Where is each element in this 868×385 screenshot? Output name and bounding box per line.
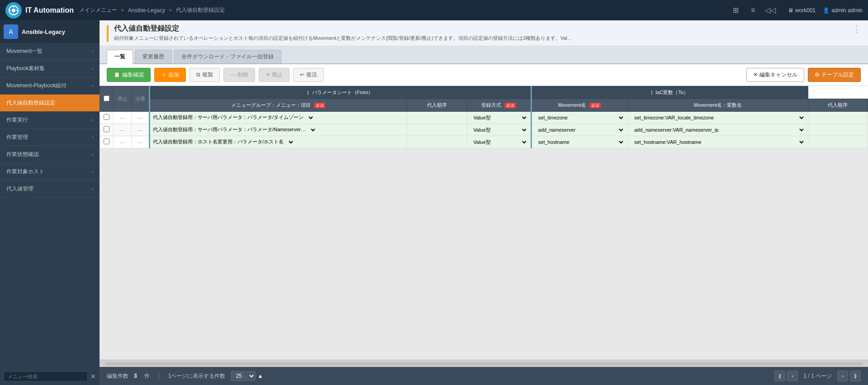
- pager-last-button[interactable]: ⟫: [850, 371, 861, 381]
- row3-checkbox-cell: [100, 136, 114, 148]
- settings-icon: ⚙: [815, 71, 820, 78]
- page-description: 紐付対象メニューに登録されているオペレーションとホスト毎の項目の設定値を紐付ける…: [114, 34, 847, 42]
- sidebar-nav: Movement一覧 › Playbook素材集 › Movement-Play…: [0, 43, 100, 368]
- more-options-icon[interactable]: ⋮: [853, 24, 861, 34]
- col-order1: 代入順序: [407, 99, 467, 111]
- scroll-track[interactable]: [105, 362, 863, 366]
- col-haishi: 廃止: [114, 86, 132, 111]
- pager-prev-button[interactable]: ‹: [787, 371, 798, 381]
- per-page-select[interactable]: 25 50 100: [231, 371, 256, 381]
- row3-register-select[interactable]: Value型: [470, 138, 528, 146]
- chevron-right-icon: ›: [92, 49, 93, 54]
- search-clear-icon[interactable]: ✕: [90, 373, 96, 380]
- row3-var-select[interactable]: set_hostname:VAR_hostname: [631, 138, 805, 146]
- row2-movement-select[interactable]: add_nameserver: [535, 126, 625, 134]
- row3-movement-select[interactable]: set_hostname: [535, 138, 625, 146]
- breadcrumb: メインメニュー ＞ Ansible-Legacy ＞ 代入値自動登録設定: [79, 6, 225, 14]
- row2-order2: [808, 124, 868, 136]
- row2-var-name: add_nameserver:VAR_nameserver_ip: [628, 124, 808, 136]
- row3-register-type: Value型: [467, 136, 531, 148]
- row2-checkbox[interactable]: [104, 126, 109, 132]
- row3-menu-text: 代入値自動登録用：ホスト名変更用：パラメータ/ホスト名: [153, 138, 284, 145]
- row2-order1: [407, 124, 467, 136]
- row3-checkbox[interactable]: [104, 138, 109, 144]
- row2-register-select[interactable]: Value型: [470, 126, 528, 134]
- sidebar: A Ansible-Legacy Movement一覧 › Playbook素材…: [0, 20, 100, 385]
- sidebar-item-work-status[interactable]: 作業状態確認 ›: [0, 146, 100, 163]
- row2-order1-input[interactable]: [410, 126, 446, 133]
- required-badge-register: 必須: [504, 103, 516, 108]
- sidebar-search-input[interactable]: [4, 371, 88, 381]
- sidebar-item-work-host[interactable]: 作業対象ホスト ›: [0, 163, 100, 181]
- sidebar-item-movement[interactable]: Movement一覧 ›: [0, 43, 100, 60]
- tab-download[interactable]: 全件ダウンロード・ファイル一括登録: [174, 50, 281, 63]
- table-wrapper[interactable]: 廃止 項番 | パラメータシート（From） | IaC変数（To）: [100, 86, 868, 360]
- sidebar-item-mp-link-label: Movement-Playbook組付: [6, 82, 92, 90]
- sidebar-item-work-manage[interactable]: 作業管理 ›: [0, 129, 100, 146]
- copy-icon: ⧉: [196, 71, 200, 78]
- row1-menu-select[interactable]: ▼: [305, 114, 314, 121]
- chevron-right-icon: ›: [92, 83, 93, 88]
- row2-order2-input[interactable]: [811, 126, 847, 133]
- table-row: — — 代入値自動登録用：サーバ用パラメータ：パラメータ/Nameserver……: [100, 124, 868, 136]
- row3-order2-input[interactable]: [811, 138, 847, 146]
- table-settings-button[interactable]: ⚙ テーブル設定: [808, 68, 861, 82]
- row1-register-select[interactable]: Value型: [470, 114, 528, 122]
- required-badge-menu: 必須: [314, 103, 326, 108]
- row3-order1-input[interactable]: [410, 138, 446, 146]
- tab-list[interactable]: 一覧: [107, 50, 133, 64]
- user-icon: 👤: [823, 7, 830, 14]
- delete-button[interactable]: — 削除: [223, 68, 255, 82]
- add-button[interactable]: ＋ 追加: [154, 68, 186, 82]
- per-page-arrow: ▲: [257, 373, 263, 379]
- row3-menu-select[interactable]: ▼: [285, 139, 294, 145]
- cancel-button[interactable]: ✕ 編集キャンセル: [746, 68, 804, 82]
- row2-menu-select[interactable]: ▼: [308, 127, 317, 133]
- discard-button[interactable]: ✕ 廃止: [259, 68, 289, 82]
- restore-button[interactable]: ↩ 復活: [293, 68, 324, 82]
- row1-order2-input[interactable]: [811, 114, 847, 121]
- sidebar-item-mp-link[interactable]: Movement-Playbook組付 ›: [0, 77, 100, 95]
- app-logo: IT Automation: [5, 2, 74, 19]
- col-group-to-icon: |: [651, 90, 652, 95]
- grid-icon[interactable]: ⊞: [729, 4, 743, 17]
- table-row: — — 代入値自動登録用：サーバ用パラメータ：パラメータ/タイムゾーン ▼: [100, 111, 868, 124]
- restore-label: 復活: [306, 71, 317, 79]
- page-total: 1: [811, 373, 814, 379]
- copy-button[interactable]: ⧉ 複製: [190, 68, 220, 82]
- sidebar-item-playbook[interactable]: Playbook素材集 ›: [0, 60, 100, 77]
- breadcrumb-ansible: Ansible-Legacy: [128, 7, 165, 14]
- footer: 編集件数 3 件 1ページに表示する件数 25 50 100 ▲ ⟪ ‹ 1 /: [100, 367, 868, 385]
- sidebar-item-subst-manage[interactable]: 代入値管理 ›: [0, 181, 100, 198]
- sidebar-item-substitution[interactable]: 代入値自動登録設定 ›: [0, 95, 100, 112]
- row3-order2: [808, 136, 868, 148]
- select-all-checkbox[interactable]: [104, 95, 109, 101]
- row1-order1-input[interactable]: [410, 114, 446, 121]
- row1-movement-name: set_timezone: [531, 111, 627, 124]
- pager-first-button[interactable]: ⟪: [774, 371, 785, 381]
- row1-movement-select[interactable]: set_timezone: [535, 114, 625, 122]
- row2-movement-name: add_nameserver: [531, 124, 627, 136]
- main-content: 代入値自動登録設定 紐付対象メニューに登録されているオペレーションとホスト毎の項…: [100, 20, 868, 385]
- row1-checkbox[interactable]: [104, 114, 109, 120]
- sidebar-item-work-host-label: 作業対象ホスト: [6, 168, 92, 176]
- confirm-edit-button[interactable]: 📋 編集確認: [107, 68, 151, 82]
- cancel-label: 編集キャンセル: [759, 71, 797, 79]
- row1-var-select[interactable]: set_timezone:VAR_locale_timezone: [631, 114, 805, 122]
- per-page-area: 25 50 100 ▲: [231, 371, 263, 381]
- collapse-icon[interactable]: ◁◁: [764, 4, 777, 17]
- svg-point-1: [12, 9, 15, 12]
- row2-var-select[interactable]: add_nameserver:VAR_nameserver_ip: [631, 126, 805, 134]
- table-area: 廃止 項番 | パラメータシート（From） | IaC変数（To）: [100, 86, 868, 360]
- tab-history[interactable]: 変更履歴: [135, 50, 172, 63]
- pager-next-button[interactable]: ›: [837, 371, 848, 381]
- row1-menu-item: 代入値自動登録用：サーバ用パラメータ：パラメータ/タイムゾーン ▼: [150, 111, 407, 124]
- horizontal-scrollbar[interactable]: [100, 360, 868, 367]
- row1-menu-text: 代入値自動登録用：サーバ用パラメータ：パラメータ/タイムゾーン: [153, 114, 304, 121]
- row1-order2: [808, 111, 868, 124]
- sidebar-item-execute-label: 作業実行: [6, 116, 92, 124]
- breadcrumb-current: 代入値自動登録設定: [176, 6, 225, 14]
- sidebar-item-execute[interactable]: 作業実行 ›: [0, 112, 100, 129]
- list-icon[interactable]: ≡: [746, 4, 760, 17]
- row2-checkbox-cell: [100, 124, 114, 136]
